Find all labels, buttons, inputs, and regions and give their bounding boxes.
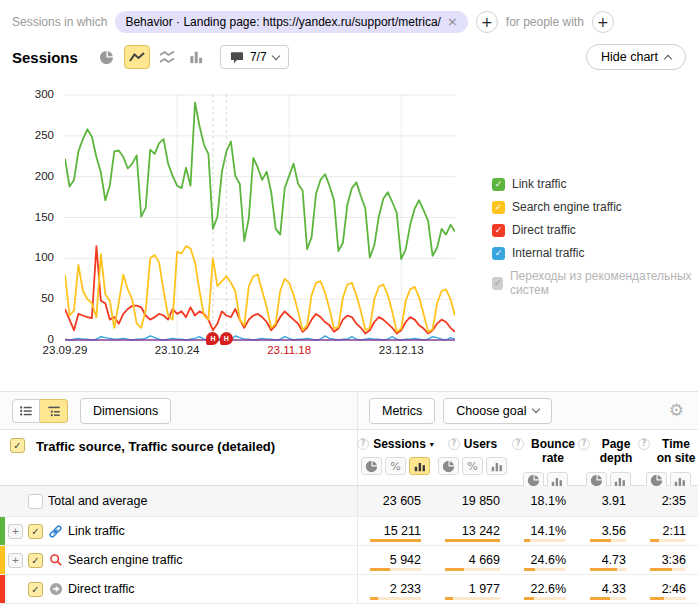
legend-item[interactable]: ✓Переходы из рекомендательных систем [492,269,698,297]
bars-display-toggle[interactable] [409,457,430,475]
metric-cell: 4.73 [578,546,638,574]
add-session-condition-button[interactable]: + [476,11,498,33]
total-row-name: Total and average [48,494,147,508]
legend-checkbox[interactable]: ✓ [492,201,505,214]
table-settings-gear-icon[interactable]: ⚙ [669,402,684,419]
metric-cells: 15 21113 24214.1%3.562:11 [358,517,698,545]
legend-label: Link traffic [512,177,566,191]
metric-label-text: Bounce rate [528,437,578,466]
dimensions-button[interactable]: Dimensions [80,398,171,424]
mini-bar [590,539,626,542]
metric-value: 23 605 [383,494,421,508]
hide-chart-button[interactable]: Hide chart [586,44,686,70]
toolbar-left: Dimensions [0,392,358,429]
metric-value: 24.6% [531,553,566,567]
flat-list-view-button[interactable] [12,399,40,423]
row-checkbox[interactable]: ✓ [28,582,43,597]
segment-chip[interactable]: Behavior · Landing page: https://yandex.… [115,11,467,33]
legend-item[interactable]: ✓Link traffic [492,177,698,191]
help-icon[interactable]: ? [578,438,590,450]
legend-label: Search engine traffic [512,200,622,214]
row-name[interactable]: Direct traffic [68,582,134,596]
pie-display-toggle[interactable] [361,457,382,475]
line-chart-type-button[interactable] [124,45,150,69]
metric-cell: 15 211 [358,517,433,545]
legend-label: Переходы из рекомендательных систем [510,269,698,297]
metric-label-text: Time on site [654,437,698,466]
holiday-annotation-marker[interactable]: H [206,332,219,345]
comment-bubble-icon [230,51,244,64]
percent-display-toggle[interactable]: % [385,457,406,475]
metric-cell: 2:35 [638,486,698,516]
row-name[interactable]: Search engine traffic [68,553,182,567]
mini-bar [524,568,566,571]
view-toggle [12,399,68,423]
for-people-with-label: for people with [506,15,584,29]
metrics-button[interactable]: Metrics [369,398,435,424]
percent-display-toggle[interactable]: % [462,457,483,475]
holiday-annotation-marker[interactable]: H [220,332,233,345]
row-checkbox[interactable]: ✓ [28,524,43,539]
add-user-condition-button[interactable]: + [592,11,614,33]
metric-cell: 1 977 [433,575,512,603]
legend-checkbox[interactable]: ✓ [492,224,505,237]
pie-display-toggle[interactable] [438,457,459,475]
metric-display-toggles: % [361,457,430,475]
metric-column-label[interactable]: ?Sessions▾ [357,437,434,451]
metric-value: 4 669 [469,553,500,567]
help-icon[interactable]: ? [512,438,524,450]
bars-toggle-icon [614,475,626,487]
bars-toggle-icon [551,475,563,487]
row-name[interactable]: Link traffic [68,524,125,538]
mini-bar-fill [590,539,611,542]
metric-column-label[interactable]: ?Bounce rate [512,437,578,466]
mini-bar [445,539,500,542]
legend-item[interactable]: ✓Search engine traffic [492,200,698,214]
tree-view-button[interactable] [40,399,68,423]
x-tick-label: 23.10.24 [146,344,208,356]
y-tick-label: 100 [10,251,54,263]
legend-checkbox[interactable]: ✓ [492,247,505,260]
help-icon[interactable]: ? [638,438,650,450]
expand-row-button[interactable]: + [8,553,23,568]
metric-column-label[interactable]: ?Users [448,437,497,451]
select-all-checkbox[interactable]: ✓ [10,438,25,453]
pie-chart-type-button[interactable] [94,45,120,69]
annotations-dropdown[interactable]: 7/7 [220,45,289,69]
choose-goal-dropdown[interactable]: Choose goal [443,398,552,424]
metric-column-header: ?Users% [433,430,512,485]
sessions-in-which-label: Sessions in which [12,15,107,29]
y-tick-label: 50 [10,292,54,304]
dimensions-button-label: Dimensions [93,404,158,418]
metric-value: 2:35 [662,494,686,508]
metric-cell: 2:46 [638,575,698,603]
expand-row-button[interactable]: + [8,524,23,539]
mini-bar-fill [370,568,390,571]
mini-bar [590,597,626,600]
mini-bar [650,568,686,571]
metric-value: 14.1% [531,524,566,538]
columns-chart-type-button[interactable] [184,45,210,69]
series-direct-traffic [65,246,455,333]
metric-label-text: Sessions [373,437,426,451]
mini-bar [370,597,421,600]
legend-item[interactable]: ✓Internal traffic [492,246,698,260]
total-row-checkbox[interactable]: ✓ [28,494,43,509]
help-icon[interactable]: ? [448,438,460,450]
metric-column-label[interactable]: ?Time on site [638,437,698,466]
remove-segment-icon[interactable]: × [447,15,458,28]
legend-item[interactable]: ✓Direct traffic [492,223,698,237]
row-label-cell: +✓Search engine traffic [0,546,358,574]
legend-checkbox[interactable]: ✓ [492,178,505,191]
plot-area [65,94,455,341]
metric-cell: 4 669 [433,546,512,574]
mini-bar [370,539,421,542]
legend-checkbox[interactable]: ✓ [492,277,503,290]
bars-toggle-icon [674,475,686,487]
bars-display-toggle[interactable] [486,457,507,475]
stacked-chart-type-button[interactable] [154,45,180,69]
row-checkbox[interactable]: ✓ [28,553,43,568]
metric-column-label[interactable]: ?Page depth [578,437,638,466]
help-icon[interactable]: ? [357,438,369,450]
mini-bar-fill [650,568,672,571]
